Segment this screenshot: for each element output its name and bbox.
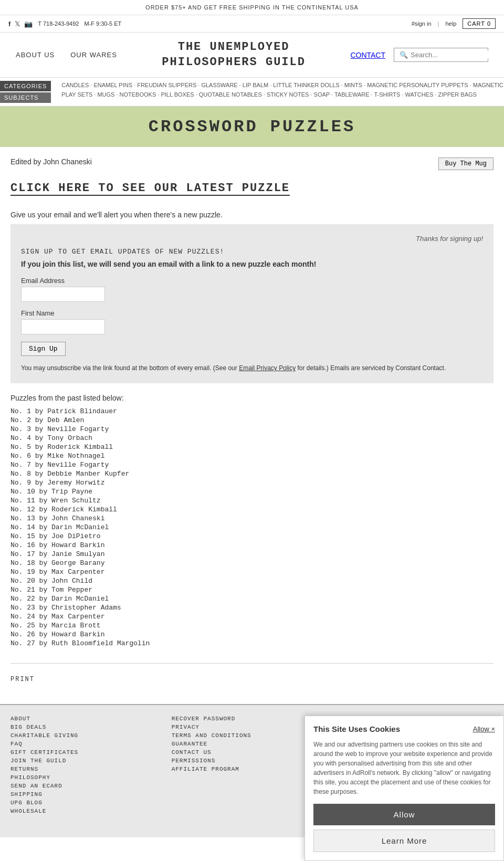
signup-box: Thanks for signing up! SIGN UP TO GET EM… (10, 224, 494, 383)
search-box[interactable]: 🔍 (394, 48, 488, 62)
list-item[interactable]: No. 9 by Jeremy Horwitz (10, 479, 494, 487)
list-item[interactable]: No. 27 by Ruth Bloomfield Margolin (10, 639, 494, 647)
contact-link[interactable]: CONTACT (350, 51, 385, 59)
print-link[interactable]: PRINT (10, 676, 35, 683)
click-here-link[interactable]: CLICK HERE TO SEE OUR LATEST PUZZLE (10, 182, 290, 196)
categories-label[interactable]: CATEGORIES (0, 81, 51, 91)
right-nav: CONTACT 🔍 (350, 48, 488, 62)
list-item[interactable]: No. 11 by Wren Schultz (10, 497, 494, 505)
list-item[interactable]: No. 10 by Trip Payne (10, 488, 494, 496)
email-input[interactable] (21, 287, 105, 302)
privacy-policy-link[interactable]: Email Privacy Policy (239, 364, 296, 372)
puzzles-list: No. 1 by Patrick BlindauerNo. 2 by Deb A… (10, 407, 494, 647)
byline-row: Buy The Mug Edited by John Chaneski (10, 158, 494, 171)
list-item[interactable]: No. 4 by Tony Orbach (10, 434, 494, 442)
sign-in-link[interactable]: #sign in (412, 20, 432, 27)
list-item[interactable]: No. 3 by Neville Fogarty (10, 425, 494, 433)
list-item[interactable]: No. 6 by Mike Nothnagel (10, 452, 494, 460)
cat-labels: CATEGORIES SUBJECTS (0, 81, 56, 103)
our-wares-link[interactable]: OUR WARES (70, 51, 117, 59)
footer-link[interactable]: ABOUT (10, 716, 172, 722)
footer-link[interactable]: FAQ (10, 741, 172, 747)
list-item[interactable]: No. 16 by Howard Barkin (10, 541, 494, 549)
list-item[interactable]: No. 26 by Howard Barkin (10, 631, 494, 638)
signup-title: SIGN UP TO GET EMAIL UPDATES OF NEW PUZZ… (21, 248, 483, 256)
left-nav: ABOUT US OUR WARES (16, 51, 117, 59)
byline: Edited by John Chaneski (10, 158, 494, 166)
hours: M-F 9:30-5 ET (84, 20, 121, 27)
buy-mug-button[interactable]: Buy The Mug (438, 158, 494, 170)
second-bar: f 𝕏 📷 T 718-243-9492 M-F 9:30-5 ET #sign… (0, 15, 504, 33)
cookie-header: This Site Uses Cookies Allow × (313, 724, 495, 733)
main-nav: ABOUT US OUR WARES THE UNEMPLOYED PHILOS… (0, 33, 504, 78)
cookie-text: We and our advertising partners use cook… (313, 740, 495, 796)
list-item[interactable]: No. 21 by Tom Pepper (10, 586, 494, 594)
twitter-icon[interactable]: 𝕏 (15, 20, 20, 28)
list-item[interactable]: No. 12 by Roderick Kimball (10, 506, 494, 513)
cart-button[interactable]: CART 0 (463, 18, 496, 29)
right-links: #sign in | help CART 0 (412, 18, 496, 29)
first-name-label: First Name (21, 309, 483, 317)
list-item[interactable]: No. 18 by George Barany (10, 559, 494, 567)
list-item[interactable]: No. 23 by Christopher Adams (10, 604, 494, 612)
list-item[interactable]: No. 19 by Max Carpenter (10, 568, 494, 576)
top-banner: ORDER $75+ AND GET FREE SHIPPING IN THE … (0, 0, 504, 15)
list-item[interactable]: No. 22 by Darin McDaniel (10, 595, 494, 603)
about-us-link[interactable]: ABOUT US (16, 51, 55, 59)
email-alert-text: Give us your email and we'll alert you w… (10, 211, 494, 219)
categories-bar: CATEGORIES SUBJECTS CANDLES · ENAMEL PIN… (0, 78, 504, 107)
footer-link[interactable]: BIG DEALS (10, 724, 172, 730)
cookie-allow-button[interactable]: Allow (313, 804, 495, 825)
footer-link[interactable]: WHOLESALE (10, 808, 172, 814)
instagram-icon[interactable]: 📷 (24, 20, 33, 28)
puzzles-header: Puzzles from the past listed below: (10, 394, 494, 402)
list-item[interactable]: No. 5 by Roderick Kimball (10, 443, 494, 451)
category-items: CANDLES · ENAMEL PINS · FREUDIAN SLIPPER… (61, 81, 504, 99)
footer-link[interactable]: CHARITABLE GIVING (10, 732, 172, 739)
footer-link[interactable]: UPG BLOG (10, 800, 172, 806)
banner-text: ORDER $75+ AND GET FREE SHIPPING IN THE … (145, 4, 359, 10)
page-heading: CROSSWORD PUZZLES (0, 107, 504, 147)
footer-link[interactable]: JOIN THE GUILD (10, 758, 172, 764)
click-here-section: CLICK HERE TO SEE OUR LATEST PUZZLE (10, 182, 494, 195)
list-item[interactable]: No. 25 by Marcia Brott (10, 622, 494, 629)
list-item[interactable]: No. 15 by Joe DiPietro (10, 532, 494, 540)
list-item[interactable]: No. 1 by Patrick Blindauer (10, 407, 494, 415)
list-item[interactable]: No. 8 by Debbie Manber Kupfer (10, 470, 494, 478)
footer-link[interactable]: SEND AN ECARD (10, 783, 172, 789)
cart-label: CART (467, 20, 485, 27)
site-title: THE UNEMPLOYED PHILOSOPHERS GUILD (162, 40, 306, 70)
firstname-form-group: First Name (21, 309, 483, 334)
footer-link[interactable]: GIFT CERTIFICATES (10, 749, 172, 755)
sign-up-button[interactable]: Sign Up (21, 342, 66, 356)
footer-link[interactable]: PHILOSOPHY (10, 774, 172, 781)
help-link[interactable]: help (445, 20, 456, 27)
list-item[interactable]: No. 13 by John Chaneski (10, 514, 494, 522)
list-item[interactable]: No. 17 by Janie Smulyan (10, 550, 494, 558)
cookie-allow-x-button[interactable]: Allow × (473, 725, 495, 733)
search-icon: 🔍 (400, 51, 408, 59)
footer-link[interactable]: RETURNS (10, 766, 172, 772)
list-item[interactable]: No. 7 by Neville Fogarty (10, 461, 494, 469)
content-area: Buy The Mug Edited by John Chaneski CLIC… (0, 147, 504, 704)
category-list: CANDLES · ENAMEL PINS · FREUDIAN SLIPPER… (61, 82, 503, 98)
footer-link[interactable]: SHIPPING (10, 791, 172, 797)
list-item[interactable]: No. 2 by Deb Amlen (10, 416, 494, 424)
first-name-input[interactable] (21, 319, 105, 334)
cart-count: 0 (487, 20, 491, 27)
list-item[interactable]: No. 24 by Max Carpenter (10, 613, 494, 621)
print-section: PRINT (10, 663, 494, 683)
subjects-label[interactable]: SUBJECTS (0, 92, 51, 103)
list-item[interactable]: No. 14 by Darin McDaniel (10, 523, 494, 531)
search-input[interactable] (411, 51, 489, 59)
unsubscribe-text: You may unsubscribe via the link found a… (21, 363, 483, 373)
footer-col-1: ABOUTBIG DEALSCHARITABLE GIVINGFAQGIFT C… (10, 716, 172, 816)
facebook-icon[interactable]: f (8, 20, 10, 28)
site-title-line2: PHILOSOPHERS GUILD (162, 55, 306, 70)
cookie-learn-more-button[interactable]: Learn More (313, 830, 495, 837)
list-item[interactable]: No. 20 by John Child (10, 577, 494, 585)
social-icons: f 𝕏 📷 (8, 20, 33, 28)
site-title-line1: THE UNEMPLOYED (162, 40, 306, 55)
signup-thanks: Thanks for signing up! (21, 235, 483, 243)
cookie-banner: This Site Uses Cookies Allow × We and ou… (304, 716, 504, 837)
